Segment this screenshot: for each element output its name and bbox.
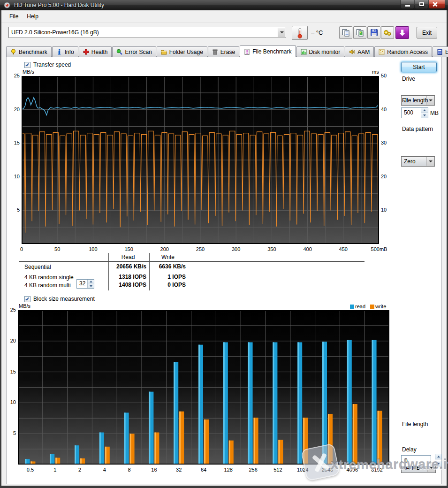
menu-file[interactable]: File xyxy=(5,12,23,21)
tab-extra-tests[interactable]: Extra tests xyxy=(433,46,448,57)
drive-select-dropdown-button[interactable] xyxy=(278,28,285,37)
start-button[interactable]: Start xyxy=(401,62,437,72)
red-cross-icon xyxy=(83,49,89,55)
tick-label: 50 xyxy=(46,246,69,252)
menu-help[interactable]: Help xyxy=(23,12,43,21)
tab-info[interactable]: Info xyxy=(52,46,78,57)
chevron-down-icon xyxy=(280,31,284,33)
window-title: HD Tune Pro 5.00 - Hard Disk Utility xyxy=(14,2,104,8)
tick-label: 8 xyxy=(115,467,144,473)
block-size-chart xyxy=(18,310,389,465)
tick-label: 1024 xyxy=(289,467,317,473)
tick-label: 20 xyxy=(9,107,20,112)
arrow-up-icon xyxy=(437,456,440,458)
speaker-icon xyxy=(349,49,355,55)
exit-button[interactable]: Exit xyxy=(417,27,437,38)
chevron-down-icon xyxy=(430,467,433,469)
gears-icon xyxy=(383,29,392,37)
tick-label: 0.5 xyxy=(16,467,44,473)
options-button[interactable] xyxy=(381,26,394,39)
data-pattern-dropdown-button[interactable] xyxy=(426,157,434,166)
tick-label: 150 xyxy=(117,246,141,252)
queue-depth-spinner[interactable]: 32 xyxy=(76,279,94,289)
legend-write: write xyxy=(370,304,386,309)
checkbox-checked-icon xyxy=(24,296,30,302)
tab-file-benchmark[interactable]: File Benchmark xyxy=(240,46,296,57)
legend-read: read xyxy=(350,304,365,309)
tab-label: Extra tests xyxy=(445,49,448,55)
delay-spin-up-button[interactable] xyxy=(435,454,442,459)
copy-image-button[interactable] xyxy=(353,26,366,39)
tick-label: 30 xyxy=(381,140,392,145)
results-random-multi-read: 1408 IOPS xyxy=(94,282,146,288)
arrow-up-icon xyxy=(90,281,92,282)
copy-text-icon xyxy=(342,29,350,37)
minimize-icon xyxy=(405,5,410,7)
download-arrow-icon xyxy=(399,29,406,37)
spin-down-button[interactable] xyxy=(421,113,428,118)
tab-aam[interactable]: AAM xyxy=(345,46,374,57)
temperature-button[interactable] xyxy=(292,26,308,40)
arrow-down-icon xyxy=(90,285,92,287)
arrow-down-icon xyxy=(437,463,440,465)
results-header-write: Write xyxy=(154,254,182,260)
info-icon xyxy=(56,49,62,55)
results-sequential-read: 20656 KB/s xyxy=(94,263,146,270)
tab-disk-monitor[interactable]: Disk monitor xyxy=(296,46,345,57)
tab-benchmark[interactable]: Benchmark xyxy=(6,46,52,57)
title-bar[interactable]: HD Tune Pro 5.00 - Hard Disk Utility xyxy=(0,0,448,10)
close-button[interactable] xyxy=(429,0,445,9)
maximize-button[interactable] xyxy=(415,0,428,9)
update-button[interactable] xyxy=(395,26,409,39)
transfer-speed-chart xyxy=(22,76,379,244)
tick-label: 256 xyxy=(239,467,267,473)
copy-text-button[interactable] xyxy=(339,26,352,39)
tab-error-scan[interactable]: Error Scan xyxy=(112,46,156,57)
transfer-speed-label: Transfer speed xyxy=(33,61,71,68)
file-length-spinner[interactable]: 500 xyxy=(401,107,428,118)
tab-label: Disk monitor xyxy=(309,49,341,55)
arrow-down-icon xyxy=(423,114,426,116)
results-row-random-multi-label: 4 KB random multi xyxy=(24,282,71,289)
spin-up-button[interactable] xyxy=(421,108,428,113)
save-button[interactable] xyxy=(367,26,380,39)
save-icon xyxy=(370,29,378,37)
tick-label: 128 xyxy=(214,467,243,473)
tab-erase[interactable]: Erase xyxy=(208,46,239,57)
data-pattern-combo[interactable]: Zero xyxy=(401,156,435,167)
block-size-checkbox[interactable]: Block size measurement xyxy=(24,296,95,302)
tab-health[interactable]: Health xyxy=(79,46,112,57)
start-button-label: Start xyxy=(413,64,425,70)
random-dots-icon xyxy=(379,49,385,55)
delay-spin-down-button[interactable] xyxy=(435,461,442,466)
app-icon xyxy=(4,2,10,8)
data-pattern-value: Zero xyxy=(402,158,416,165)
tick-label: 20 xyxy=(6,338,16,343)
read-legend-swatch xyxy=(350,305,354,309)
chevron-down-icon xyxy=(429,99,433,101)
transfer-speed-checkbox[interactable]: Transfer speed xyxy=(24,61,71,68)
tab-folder-usage[interactable]: Folder Usage xyxy=(157,46,207,57)
spin-up-button[interactable] xyxy=(88,280,94,284)
write-legend-swatch xyxy=(370,305,374,309)
tick-label: 500mB xyxy=(367,246,391,252)
folder-icon xyxy=(161,49,167,55)
delay-label: Delay xyxy=(402,446,417,453)
drive-select-combo[interactable]: UFD 2.0 Silicon-Power16G (16 gB) xyxy=(8,27,286,38)
drive-label: Drive xyxy=(402,76,415,82)
file-length-label: File length xyxy=(402,97,428,104)
delay-input[interactable]: 0 xyxy=(401,455,431,466)
magnifier-icon xyxy=(116,49,122,55)
tab-random-access[interactable]: Random Access xyxy=(374,46,432,57)
spin-down-button[interactable] xyxy=(88,284,94,289)
tab-label: Folder Usage xyxy=(169,49,203,55)
tick-label: 10 xyxy=(6,399,16,405)
maximize-icon xyxy=(419,2,424,6)
tick-label: 1 xyxy=(41,467,69,473)
tab-label: Info xyxy=(65,49,74,55)
tick-label: 50 xyxy=(381,73,392,78)
menu-bar: File Help xyxy=(1,10,447,23)
minimize-button[interactable] xyxy=(401,0,414,9)
exit-button-label: Exit xyxy=(422,30,432,36)
tick-label: 4 xyxy=(91,467,119,473)
